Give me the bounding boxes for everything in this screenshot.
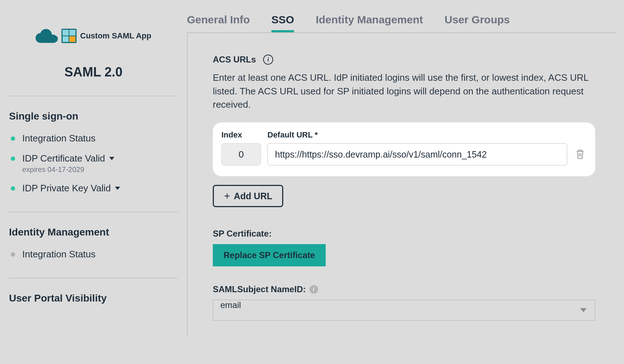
acs-urls-header: ACS URLs i [213,55,595,65]
sso-status-idp-key[interactable]: IDP Private Key Valid [9,183,178,194]
add-url-label: Add URL [234,191,272,201]
url-column-label: Default URL * [267,130,567,140]
sso-status-integration[interactable]: Integration Status [9,133,178,144]
sp-certificate-label: SP Certificate: [213,229,595,239]
divider [9,278,178,278]
nameid-label: SAMLSubject NameID: i [213,284,595,294]
trash-icon [575,149,585,160]
svg-rect-1 [63,30,69,36]
divider [9,212,178,212]
svg-rect-4 [69,36,75,42]
status-label: IDP Private Key Valid [22,183,120,194]
cloud-icon [36,29,58,43]
main-content: General Info SSO Identity Management Use… [187,0,624,335]
delete-url-button[interactable] [574,143,587,165]
svg-rect-2 [69,30,75,36]
tab-general-info[interactable]: General Info [187,14,250,32]
svg-rect-3 [63,36,69,42]
status-label: Integration Status [22,133,96,144]
status-dot-icon [11,186,15,191]
info-icon[interactable]: i [309,285,318,294]
sso-section-title: Single sign-on [9,111,178,122]
app-name: Custom SAML App [80,31,151,41]
replace-sp-certificate-button[interactable]: Replace SP Certificate [213,244,326,266]
acs-urls-description: Enter at least one ACS URL. IdP initiate… [213,71,595,112]
tab-identity-management[interactable]: Identity Management [316,14,423,32]
sidebar: Custom SAML App SAML 2.0 Single sign-on … [0,0,187,335]
tab-user-groups[interactable]: User Groups [445,14,510,32]
acs-url-row: Index Default URL * [213,122,595,176]
status-dot-icon [11,136,15,141]
nameid-select-wrap: email [213,300,595,321]
nameid-select[interactable]: email [213,300,595,321]
index-column-label: Index [221,130,261,140]
status-label: IDP Certificate Valid [22,153,114,164]
tab-sso[interactable]: SSO [271,14,294,32]
tabs: General Info SSO Identity Management Use… [187,0,617,32]
add-url-button[interactable]: + Add URL [213,185,283,207]
divider [9,96,178,96]
grid-icon [61,29,77,43]
status-subtext: expires 04-17-2029 [22,165,114,174]
info-icon[interactable]: i [263,55,273,65]
idm-section-title: Identity Management [9,227,178,238]
acs-urls-label: ACS URLs [213,55,256,65]
protocol-title: SAML 2.0 [9,65,178,80]
index-input[interactable] [221,143,261,165]
app-logo: Custom SAML App [9,29,178,43]
acs-url-input[interactable] [267,143,567,165]
sso-panel: ACS URLs i Enter at least one ACS URL. I… [187,32,617,335]
sso-status-idp-cert[interactable]: IDP Certificate Valid expires 04-17-2029 [9,153,178,174]
chevron-down-icon [109,157,114,160]
status-dot-icon [11,252,15,257]
status-label: Integration Status [22,249,96,260]
portal-section-title: User Portal Visibility [9,293,178,304]
chevron-down-icon [115,187,120,190]
status-dot-icon [11,157,15,161]
idm-status-integration[interactable]: Integration Status [9,249,178,260]
plus-icon: + [224,191,230,201]
